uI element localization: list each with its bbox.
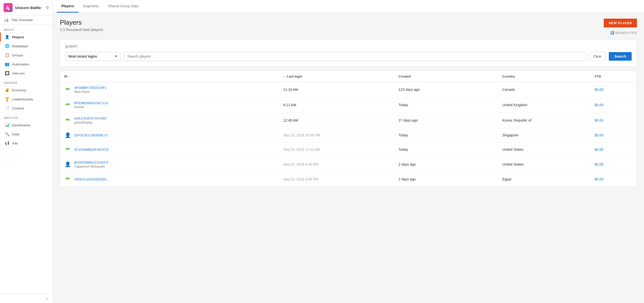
player-created: Today: [394, 97, 498, 113]
query-section: Query Most recent loginsAll playersBy ID…: [60, 39, 637, 67]
sidebar: 🦄 Unicorn Battle ⚙ 📊 Title Overview BUIL…: [0, 0, 53, 303]
vtd-link[interactable]: $0.00: [595, 162, 603, 166]
automation-icon: 👥: [5, 62, 10, 66]
column-header-created: Created: [394, 71, 498, 82]
player-last-login: 6:11 AM: [279, 97, 394, 113]
player-id-link[interactable]: 8C05204B5CCDAECF: [74, 161, 109, 164]
column-header-country: Country: [498, 71, 591, 82]
tab-shared-group-data[interactable]: Shared Group Data: [103, 0, 143, 13]
android-icon: [64, 86, 71, 93]
player-id-cell: BFEB6DB442D671C4 hhhhhh: [60, 97, 279, 113]
sidebar-item-data[interactable]: 🔍 Data: [0, 130, 53, 139]
sort-down-icon: ↓: [283, 74, 285, 78]
tab-bar: Players Segments Shared Group Data: [53, 0, 644, 13]
players-tbody: 4F008BF7352DC6F1 Mark Demo 11:18 AM 123 …: [60, 82, 637, 186]
page-title: Players: [60, 19, 103, 26]
sidebar-item-dashboards[interactable]: 📊 Dashboards: [0, 121, 53, 130]
sidebar-item-multiplayer[interactable]: 🌐 Multiplayer: [0, 42, 53, 51]
content-label: Content: [12, 106, 24, 110]
search-button[interactable]: Search: [609, 52, 632, 61]
player-created: 2 days ago: [394, 172, 498, 186]
engage-section-label: ENGAGE: [0, 78, 53, 86]
table-row: 👤 8C05204B5CCDAECF Cappercorn McDaniels …: [60, 157, 637, 172]
tab-segments[interactable]: Segments: [78, 0, 103, 13]
player-display-name: goraniDisplay: [74, 121, 107, 124]
engage-section: ENGAGE 💰 Economy 🏆 Leaderboards 📄 Conten…: [0, 78, 53, 113]
player-country: Egypt: [498, 172, 591, 186]
info-icon: ℹ️: [610, 31, 614, 35]
analyze-section-label: ANALYZE: [0, 113, 53, 121]
players-icon: 👤: [5, 35, 10, 39]
vtd-link[interactable]: $0.00: [595, 133, 603, 137]
ios-icon: 👤: [64, 161, 71, 168]
vtd-link[interactable]: $0.00: [595, 177, 603, 181]
player-vtd: $0.00: [591, 97, 637, 113]
player-created: Today: [394, 142, 498, 157]
header-actions: NEW PLAYER ℹ️ SEARCH TIPS: [604, 19, 637, 35]
player-id-link[interactable]: A05E3125D4282D9C: [74, 177, 107, 181]
sidebar-item-ads[interactable]: 📢 Ads: [0, 139, 53, 148]
table-row: 5C25498BEDFAEACD Sep 23, 2019 11:52 AM T…: [60, 142, 637, 157]
player-vtd: $0.00: [591, 128, 637, 142]
query-dropdown[interactable]: Most recent loginsAll playersBy IDBy dis…: [65, 52, 120, 61]
vtd-link[interactable]: $0.00: [595, 88, 603, 92]
content-area: Players 1.5 thousand total players NEW P…: [53, 13, 644, 303]
player-id-cell: 9AE27E6FD797248C goraniDisplay: [60, 113, 279, 128]
player-id-link[interactable]: 9AE27E6FD797248C: [74, 117, 107, 120]
ios-icon: 👤: [64, 132, 71, 139]
player-created: 2 days ago: [394, 157, 498, 172]
player-country: United States: [498, 157, 591, 172]
title-overview-label: Title Overview: [11, 18, 33, 22]
search-input[interactable]: [124, 52, 586, 61]
sidebar-item-automation[interactable]: 👥 Automation: [0, 60, 53, 69]
player-vtd: $0.00: [591, 157, 637, 172]
column-header-last-login[interactable]: ↓ Last login: [279, 71, 394, 82]
sidebar-item-economy[interactable]: 💰 Economy: [0, 86, 53, 95]
vtd-link[interactable]: $0.00: [595, 118, 603, 122]
sidebar-item-groups[interactable]: 📋 Groups: [0, 51, 53, 60]
sidebar-item-leaderboards[interactable]: 🏆 Leaderboards: [0, 95, 53, 104]
table-row: 9AE27E6FD797248C goraniDisplay 12:46 AM …: [60, 113, 637, 128]
sidebar-item-content[interactable]: 📄 Content: [0, 104, 53, 113]
column-header-vtd: VTD: [591, 71, 637, 82]
sidebar-collapse-button[interactable]: «: [0, 294, 53, 303]
player-country: Korea, Republic of: [498, 113, 591, 128]
search-tips-link[interactable]: ℹ️ SEARCH TIPS: [610, 31, 637, 35]
player-display-name: Mark Demo: [74, 90, 106, 94]
player-last-login: 12:46 AM: [279, 113, 394, 128]
player-vtd: $0.00: [591, 113, 637, 128]
app-name: Unicorn Battle: [15, 6, 43, 10]
bar-chart-icon: 📊: [4, 18, 9, 22]
tab-players[interactable]: Players: [57, 0, 78, 13]
player-vtd: $0.00: [591, 172, 637, 186]
multiplayer-icon: 🌐: [5, 44, 10, 48]
new-player-button[interactable]: NEW PLAYER: [604, 19, 637, 27]
player-last-login: Sep 22, 2019 8:46 PM: [279, 157, 394, 172]
players-label: Players: [12, 35, 24, 39]
sidebar-header: 🦄 Unicorn Battle ⚙: [0, 0, 53, 15]
clear-button[interactable]: Clear: [589, 52, 606, 61]
table-row: 👤 52F0C0CC0EB50E73 Sep 23, 2019 10:38 PM…: [60, 128, 637, 142]
content-icon: 📄: [5, 106, 10, 110]
player-display-name: Cappercorn McDaniels: [74, 165, 109, 168]
table-row: 4F008BF7352DC6F1 Mark Demo 11:18 AM 123 …: [60, 82, 637, 97]
sidebar-item-addons[interactable]: 🔲 Add-ons: [0, 69, 53, 78]
ads-icon: 📢: [5, 141, 10, 145]
gear-icon[interactable]: ⚙: [46, 5, 49, 10]
page-title-group: Players 1.5 thousand total players: [60, 19, 103, 32]
analyze-section: ANALYZE 📊 Dashboards 🔍 Data 📢 Ads: [0, 113, 53, 148]
query-label: Query: [65, 45, 632, 48]
vtd-link[interactable]: $0.00: [595, 103, 603, 107]
vtd-link[interactable]: $0.00: [595, 147, 603, 152]
player-id-cell: 👤 8C05204B5CCDAECF Cappercorn McDaniels: [60, 157, 279, 172]
player-last-login: Sep 23, 2019 10:38 PM: [279, 128, 394, 142]
collapse-chevron-icon: «: [47, 296, 49, 300]
player-last-login: Sep 22, 2019 6:56 PM: [279, 172, 394, 186]
main-area: Players Segments Shared Group Data Playe…: [53, 0, 644, 303]
player-id-link[interactable]: 52F0C0CC0EB50E73: [74, 133, 107, 137]
player-id-link[interactable]: 5C25498BEDFAEACD: [74, 148, 109, 152]
sidebar-item-players[interactable]: 👤 Players: [0, 32, 53, 42]
player-id-link[interactable]: 4F008BF7352DC6F1: [74, 86, 106, 90]
player-id-link[interactable]: BFEB6DB442D671C4: [74, 101, 108, 105]
sidebar-item-title-overview[interactable]: 📊 Title Overview: [0, 15, 53, 25]
